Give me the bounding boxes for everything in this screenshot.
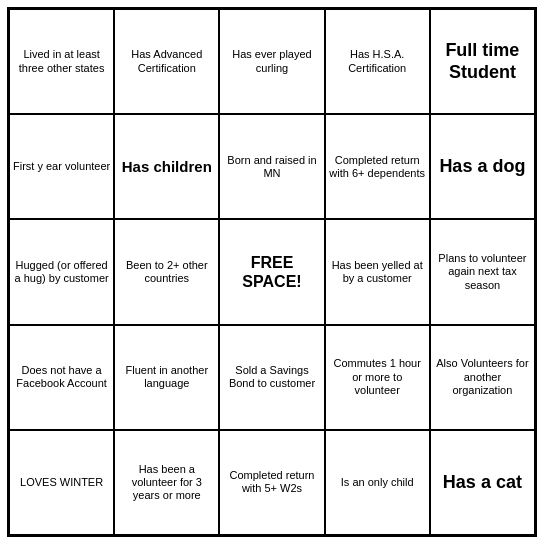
bingo-cell-r3c4[interactable]: Also Volunteers for another organization (430, 325, 535, 430)
bingo-cell-r3c3[interactable]: Commutes 1 hour or more to volunteer (325, 325, 430, 430)
cell-text-r2c2: FREE SPACE! (223, 253, 320, 291)
cell-text-r2c4: Plans to volunteer again next tax season (434, 252, 531, 292)
bingo-cell-r0c0[interactable]: Lived in at least three other states (9, 9, 114, 114)
cell-text-r0c2: Has ever played curling (223, 48, 320, 74)
bingo-cell-r4c1[interactable]: Has been a volunteer for 3 years or more (114, 430, 219, 535)
cell-text-r2c0: Hugged (or offered a hug) by customer (13, 259, 110, 285)
bingo-cell-r3c2[interactable]: Sold a Savings Bond to customer (219, 325, 324, 430)
bingo-cell-r0c1[interactable]: Has Advanced Certification (114, 9, 219, 114)
bingo-cell-r0c4[interactable]: Full time Student (430, 9, 535, 114)
cell-text-r1c4: Has a dog (439, 156, 525, 178)
bingo-cell-r1c3[interactable]: Completed return with 6+ dependents (325, 114, 430, 219)
cell-text-r1c2: Born and raised in MN (223, 154, 320, 180)
cell-text-r3c1: Fluent in another language (118, 364, 215, 390)
bingo-cell-r3c0[interactable]: Does not have a Facebook Account (9, 325, 114, 430)
bingo-cell-r4c0[interactable]: LOVES WINTER (9, 430, 114, 535)
bingo-cell-r2c3[interactable]: Has been yelled at by a customer (325, 219, 430, 324)
cell-text-r3c3: Commutes 1 hour or more to volunteer (329, 357, 426, 397)
bingo-cell-r1c0[interactable]: First y ear volunteer (9, 114, 114, 219)
bingo-cell-r4c3[interactable]: Is an only child (325, 430, 430, 535)
cell-text-r0c4: Full time Student (434, 40, 531, 83)
bingo-cell-r0c2[interactable]: Has ever played curling (219, 9, 324, 114)
cell-text-r2c1: Been to 2+ other countries (118, 259, 215, 285)
bingo-cell-r2c4[interactable]: Plans to volunteer again next tax season (430, 219, 535, 324)
bingo-cell-r1c2[interactable]: Born and raised in MN (219, 114, 324, 219)
cell-text-r4c3: Is an only child (341, 476, 414, 489)
bingo-cell-r2c2[interactable]: FREE SPACE! (219, 219, 324, 324)
cell-text-r3c2: Sold a Savings Bond to customer (223, 364, 320, 390)
bingo-board: Lived in at least three other statesHas … (7, 7, 537, 537)
cell-text-r3c4: Also Volunteers for another organization (434, 357, 531, 397)
bingo-cell-r3c1[interactable]: Fluent in another language (114, 325, 219, 430)
cell-text-r0c1: Has Advanced Certification (118, 48, 215, 74)
cell-text-r2c3: Has been yelled at by a customer (329, 259, 426, 285)
cell-text-r1c1: Has children (122, 158, 212, 176)
cell-text-r1c0: First y ear volunteer (13, 160, 110, 173)
cell-text-r4c4: Has a cat (443, 472, 522, 494)
cell-text-r0c0: Lived in at least three other states (13, 48, 110, 74)
cell-text-r0c3: Has H.S.A. Certification (329, 48, 426, 74)
bingo-cell-r2c1[interactable]: Been to 2+ other countries (114, 219, 219, 324)
cell-text-r3c0: Does not have a Facebook Account (13, 364, 110, 390)
cell-text-r4c2: Completed return with 5+ W2s (223, 469, 320, 495)
bingo-cell-r1c1[interactable]: Has children (114, 114, 219, 219)
bingo-cell-r0c3[interactable]: Has H.S.A. Certification (325, 9, 430, 114)
bingo-cell-r2c0[interactable]: Hugged (or offered a hug) by customer (9, 219, 114, 324)
bingo-cell-r4c4[interactable]: Has a cat (430, 430, 535, 535)
bingo-cell-r4c2[interactable]: Completed return with 5+ W2s (219, 430, 324, 535)
cell-text-r4c0: LOVES WINTER (20, 476, 103, 489)
cell-text-r1c3: Completed return with 6+ dependents (329, 154, 426, 180)
cell-text-r4c1: Has been a volunteer for 3 years or more (118, 463, 215, 503)
bingo-cell-r1c4[interactable]: Has a dog (430, 114, 535, 219)
